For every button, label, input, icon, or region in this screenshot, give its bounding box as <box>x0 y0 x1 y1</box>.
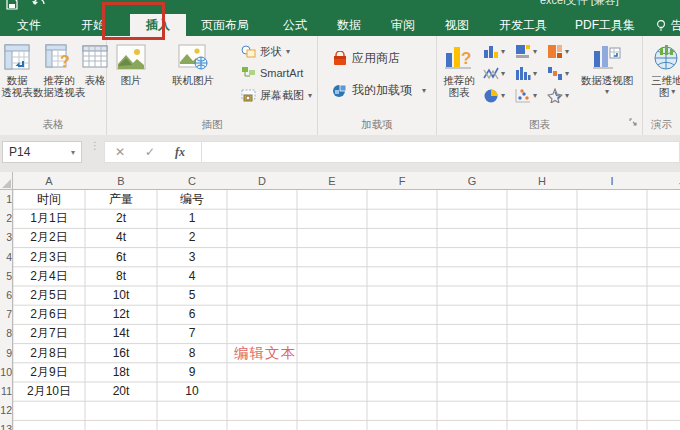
pivotchart-button[interactable]: 数据透视图 ▾ <box>575 40 639 98</box>
my-addins-button[interactable]: 我的加载项 ▾ <box>332 82 426 99</box>
map3d-button[interactable]: 三维地 图▾ <box>647 40 680 98</box>
edit-text-annotation[interactable]: 编辑文本 <box>227 344 303 363</box>
formula-bar-resize-handle[interactable]: ⋮ <box>90 143 100 149</box>
cell-b8[interactable]: 14t <box>85 324 157 343</box>
row-header-5[interactable]: 5 <box>0 267 12 286</box>
tab-page-layout[interactable]: 页面布局 <box>190 14 260 36</box>
tell-me-box[interactable]: 告诉我您想 <box>656 14 680 36</box>
column-header-a[interactable]: A <box>13 172 85 190</box>
row-header-10[interactable]: 10 <box>0 363 12 382</box>
name-box[interactable]: P14 ▾ <box>2 141 82 163</box>
insert-waterfall-chart-button[interactable]: ▾ <box>547 66 569 81</box>
cell-b4[interactable]: 6t <box>85 248 157 267</box>
column-header-j[interactable]: J <box>647 172 680 190</box>
cell-a4[interactable]: 2月3日 <box>13 248 85 267</box>
undo-icon[interactable] <box>32 0 45 10</box>
cell-b10[interactable]: 18t <box>85 363 157 382</box>
insert-histogram-chart-button[interactable]: ▾ <box>515 66 537 81</box>
charts-dialog-launcher[interactable] <box>629 113 638 131</box>
insert-column-chart-button[interactable]: ▾ <box>483 44 505 59</box>
cell-c2[interactable]: 1 <box>157 209 227 228</box>
cell-a5[interactable]: 2月4日 <box>13 267 85 286</box>
shapes-icon <box>241 45 256 58</box>
cell-b5[interactable]: 8t <box>85 267 157 286</box>
column-header-d[interactable]: D <box>227 172 297 190</box>
cell-a6[interactable]: 2月5日 <box>13 286 85 305</box>
cell-c9[interactable]: 8 <box>157 344 227 363</box>
smartart-button[interactable]: SmartArt <box>241 66 303 79</box>
table-button[interactable]: 表格 <box>82 40 108 86</box>
save-icon[interactable] <box>6 0 18 10</box>
recommended-charts-button[interactable]: ? 推荐的 图表 <box>439 40 479 98</box>
insert-line-chart-button[interactable]: ▾ <box>483 66 505 81</box>
cell-c11[interactable]: 10 <box>157 382 227 401</box>
cell-c5[interactable]: 4 <box>157 267 227 286</box>
row-header-2[interactable]: 2 <box>0 209 12 228</box>
tab-developer[interactable]: 开发工具 <box>488 14 558 36</box>
row-header-9[interactable]: 9 <box>0 344 12 363</box>
cell-a11[interactable]: 2月10日 <box>13 382 85 401</box>
column-header-f[interactable]: F <box>367 172 437 190</box>
store-label: 应用商店 <box>352 50 400 67</box>
tab-view[interactable]: 视图 <box>434 14 480 36</box>
insert-pie-chart-button[interactable]: ▾ <box>483 88 505 103</box>
column-header-g[interactable]: G <box>437 172 507 190</box>
cell-a7[interactable]: 2月6日 <box>13 305 85 324</box>
row-header-13[interactable]: 13 <box>0 420 12 430</box>
insert-radar-chart-button[interactable]: ▾ <box>547 88 569 103</box>
screenshot-button[interactable]: 屏幕截图 ▾ <box>241 88 312 103</box>
row-header-4[interactable]: 4 <box>0 248 12 267</box>
cell-c10[interactable]: 9 <box>157 363 227 382</box>
tab-formulas[interactable]: 公式 <box>272 14 318 36</box>
cell-c1[interactable]: 编号 <box>157 190 227 209</box>
cell-b6[interactable]: 10t <box>85 286 157 305</box>
cell-b9[interactable]: 16t <box>85 344 157 363</box>
row-header-6[interactable]: 6 <box>0 286 12 305</box>
column-header-c[interactable]: C <box>157 172 227 190</box>
cell-a2[interactable]: 1月1日 <box>13 209 85 228</box>
cell-b7[interactable]: 12t <box>85 305 157 324</box>
row-header-12[interactable]: 12 <box>0 401 12 420</box>
column-header-e[interactable]: E <box>297 172 367 190</box>
cell-b2[interactable]: 2t <box>85 209 157 228</box>
cell-c6[interactable]: 5 <box>157 286 227 305</box>
row-header-1[interactable]: 1 <box>0 190 12 209</box>
cell-a1[interactable]: 时间 <box>13 190 85 209</box>
insert-scatter-chart-button[interactable]: ▾ <box>515 88 537 103</box>
insert-bar-chart-button[interactable]: ▾ <box>515 44 537 59</box>
row-header-8[interactable]: 8 <box>0 324 12 343</box>
tab-data[interactable]: 数据 <box>326 14 372 36</box>
store-button[interactable]: 应用商店 <box>332 50 400 67</box>
insert-hierarchy-chart-button[interactable]: ▾ <box>547 44 569 59</box>
cell-b11[interactable]: 20t <box>85 382 157 401</box>
row-header-11[interactable]: 11 <box>0 382 12 401</box>
cell-a3[interactable]: 2月2日 <box>13 228 85 247</box>
column-header-b[interactable]: B <box>85 172 157 190</box>
row-header-7[interactable]: 7 <box>0 305 12 324</box>
cell-c3[interactable]: 2 <box>157 228 227 247</box>
shapes-button[interactable]: 形状 ▾ <box>241 44 290 59</box>
cell-b3[interactable]: 4t <box>85 228 157 247</box>
cancel-icon[interactable]: ✕ <box>105 145 135 159</box>
cell-a9[interactable]: 2月8日 <box>13 344 85 363</box>
enter-icon[interactable]: ✓ <box>135 145 165 159</box>
cell-c4[interactable]: 3 <box>157 248 227 267</box>
name-box-dropdown-arrow[interactable]: ▾ <box>65 148 81 157</box>
tab-pdf-tools[interactable]: PDF工具集 <box>564 14 646 36</box>
tab-file[interactable]: 文件 <box>4 14 54 36</box>
cell-a10[interactable]: 2月9日 <box>13 363 85 382</box>
cell-c7[interactable]: 6 <box>157 305 227 324</box>
table-label: 表格 <box>85 74 106 86</box>
column-header-h[interactable]: H <box>507 172 577 190</box>
select-all-corner[interactable] <box>0 172 13 190</box>
cell-a8[interactable]: 2月7日 <box>13 324 85 343</box>
online-pictures-button[interactable]: 联机图片 <box>151 40 235 86</box>
recommended-pivottables-button[interactable]: ? 推荐的 数据透视表 <box>36 40 82 98</box>
cell-b1[interactable]: 产量 <box>85 190 157 209</box>
row-header-3[interactable]: 3 <box>0 228 12 247</box>
insert-function-icon[interactable]: fx <box>165 145 195 160</box>
pictures-button[interactable]: 图片 <box>113 40 149 86</box>
column-header-i[interactable]: I <box>577 172 647 190</box>
tab-review[interactable]: 审阅 <box>380 14 426 36</box>
cell-c8[interactable]: 7 <box>157 324 227 343</box>
